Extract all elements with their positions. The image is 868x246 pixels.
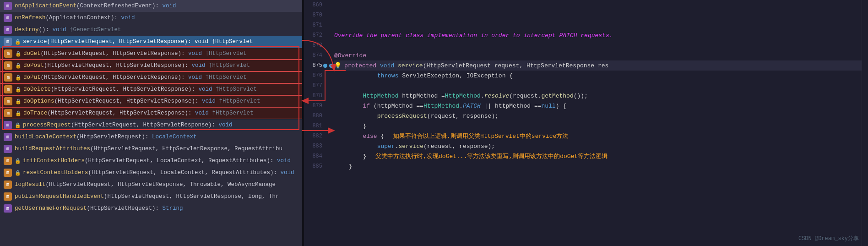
code-line-870	[334, 10, 862, 20]
code-editor: 869 870 871 872 873 874 875 876 877 878 …	[304, 0, 868, 246]
item-label: getUsernameForRequest(HttpServletRequest…	[15, 205, 183, 212]
gutter-line	[322, 0, 334, 10]
keyword-if: if	[363, 103, 370, 109]
comment-else: 如果不符合以上逻辑,则调用父类HttpServlet中的service方法	[393, 132, 568, 140]
list-item[interactable]: m buildRequestAttributes(HttpServletRequ…	[0, 143, 302, 155]
list-item[interactable]: m 🔒 doGet(HttpServletRequest, HttpServle…	[0, 48, 302, 60]
code-content[interactable]: Override the parent class implementation…	[334, 0, 862, 246]
line-num: 874	[304, 50, 322, 60]
gutter-line	[322, 30, 334, 40]
code-line-869	[334, 0, 862, 10]
bulb-icon[interactable]: 💡	[334, 62, 342, 69]
method-icon: m	[4, 204, 12, 213]
list-item[interactable]: m getUsernameForRequest(HttpServletReque…	[0, 202, 302, 214]
method-icon: m	[4, 157, 12, 165]
item-label: doGet(HttpServletRequest, HttpServletRes…	[23, 50, 247, 57]
list-item[interactable]: m onApplicationEvent(ContextRefreshedEve…	[0, 0, 302, 12]
code-line-877	[334, 81, 862, 91]
gutter	[322, 0, 334, 246]
keyword-protected: protected	[344, 62, 376, 69]
keyword-void: void	[380, 62, 394, 69]
lock-icon: 🔒	[15, 63, 22, 69]
code-indent	[334, 143, 377, 150]
code-indent	[334, 153, 363, 160]
params-service: (HttpServletRequest request, HttpServlet…	[423, 62, 609, 69]
autocomplete-panel: m onApplicationEvent(ContextRefreshedEve…	[0, 0, 302, 246]
code-indent	[334, 133, 363, 140]
method-icon: m	[4, 61, 12, 70]
method-resolve: resolve	[484, 93, 510, 99]
line-num: 876	[304, 71, 322, 81]
type-httpmethod: HttpMethod	[363, 93, 398, 99]
lock-icon: 🔒	[15, 75, 22, 81]
list-item[interactable]: m 🔒 doDelete(HttpServletRequest, HttpSer…	[0, 83, 302, 95]
gutter-line	[322, 91, 334, 101]
item-label: doPost(HttpServletRequest, HttpServletRe…	[23, 62, 250, 69]
line-num: 872	[304, 30, 322, 40]
code-line-884: } 父类中方法执行时,发现doGet...等方法该类重写,则调用该方法中的doG…	[334, 151, 862, 161]
method-icon: m	[4, 192, 12, 201]
line-num: 877	[304, 81, 322, 91]
item-label: publishRequestHandledEvent(HttpServletRe…	[15, 193, 279, 200]
list-item[interactable]: m 🔒 doPut(HttpServletRequest, HttpServle…	[0, 71, 302, 83]
code-indent	[334, 123, 363, 130]
list-item[interactable]: m 🔒 initContextHolders(HttpServletReques…	[0, 155, 302, 167]
watermark: CSDN @Dream_sky分享	[798, 235, 859, 242]
throws-content: ServletException, IOException {	[398, 72, 513, 79]
code-line-878: HttpMethod httpMethod = HttpMethod . res…	[334, 91, 862, 101]
indent	[334, 72, 377, 79]
keyword-throws: throws	[377, 72, 399, 79]
line-num: 879	[304, 101, 322, 111]
method-icon: m	[4, 26, 12, 34]
method-service-super: service	[398, 143, 423, 150]
code-line-876: throws ServletException, IOException {	[334, 71, 862, 81]
code-indent	[334, 93, 363, 99]
gutter-line	[322, 111, 334, 121]
method-icon: m	[4, 180, 12, 189]
class-ref: HttpMethod	[423, 103, 459, 109]
list-item[interactable]: m publishRequestHandledEvent(HttpServlet…	[0, 191, 302, 202]
item-label: onApplicationEvent(ContextRefreshedEvent…	[15, 3, 176, 9]
lock-icon: 🔒	[15, 158, 21, 164]
line-num: 869	[304, 0, 322, 10]
method-icon: m	[4, 109, 12, 117]
lock-icon: 🔒	[15, 87, 22, 93]
gutter-line	[322, 10, 334, 20]
list-item[interactable]: m 🔒 resetContextHolders(HttpServletReque…	[0, 167, 302, 179]
lock-icon: 🔒	[15, 51, 22, 57]
code-line-883: super . service (request, response);	[334, 141, 862, 151]
line-num: 882	[304, 131, 322, 141]
line-num: 881	[304, 121, 322, 131]
list-item[interactable]: m buildLocaleContext(HttpServletRequest)…	[0, 131, 302, 143]
space	[394, 62, 398, 69]
gutter-line	[322, 50, 334, 60]
comment-super: 父类中方法执行时,发现doGet...等方法该类重写,则调用该方法中的doGet…	[375, 152, 608, 160]
line-num: 873	[304, 40, 322, 50]
item-label: buildRequestAttributes(HttpServletReques…	[15, 146, 282, 152]
list-item[interactable]: m onRefresh(ApplicationContext): void	[0, 12, 302, 24]
list-item[interactable]: m logResult(HttpServletRequest, HttpServ…	[0, 179, 302, 191]
item-label: doPut(HttpServletRequest, HttpServletRes…	[23, 74, 247, 81]
gutter-line	[322, 40, 334, 50]
class-httpmethod: HttpMethod	[445, 93, 481, 99]
code-line-880: processRequest (request, response);	[334, 111, 862, 121]
method-icon: m	[4, 38, 12, 46]
list-item[interactable]: m destroy(): void †GenericServlet	[0, 24, 302, 36]
list-item[interactable]: m 🔒 doTrace(HttpServletRequest, HttpServ…	[0, 107, 302, 119]
gutter-line	[322, 81, 334, 91]
line-num: 871	[304, 20, 322, 30]
gutter-line-875[interactable]	[322, 60, 334, 71]
list-item[interactable]: m 🔒 processRequest(HttpServletRequest, H…	[0, 119, 302, 131]
space	[376, 62, 380, 69]
code-line-873	[334, 40, 862, 50]
list-item[interactable]: m 🔒 doPost(HttpServletRequest, HttpServl…	[0, 60, 302, 71]
method-icon: m	[4, 49, 12, 58]
keyword-super: super	[377, 143, 395, 150]
list-item[interactable]: m 🔒 service(HttpServletRequest, HttpServ…	[0, 36, 302, 48]
scrollbar[interactable]	[862, 0, 868, 246]
list-item[interactable]: m 🔒 doOptions(HttpServletRequest, HttpSe…	[0, 95, 302, 107]
line-num: 870	[304, 10, 322, 20]
item-label: destroy(): void †GenericServlet	[15, 27, 121, 33]
method-icon: m	[4, 85, 12, 93]
debug-dot	[323, 64, 327, 68]
